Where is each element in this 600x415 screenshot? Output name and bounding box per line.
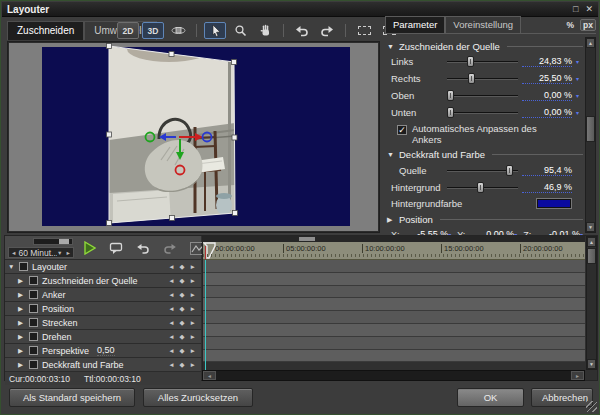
pan-hand-icon[interactable] [254, 22, 276, 39]
track-row-strecken[interactable]: ▶ Strecken ◄◆► [5, 316, 201, 330]
spinner-icon[interactable]: ▾ [576, 59, 583, 65]
add-keyframe-icon[interactable]: ◆ [180, 361, 185, 369]
cancel-button[interactable]: Abbrechen [531, 388, 593, 407]
timeline-hscrollbar[interactable]: ◄ ► [202, 370, 585, 381]
spinner-icon[interactable]: ▾ [576, 93, 583, 99]
scroll-up-icon[interactable]: ▲ [586, 38, 595, 48]
time-range-dropdown[interactable]: ◄ 60 Minut... ▼ ► [8, 247, 74, 258]
track-row-drehen[interactable]: ▶ Drehen ◄◆► [5, 330, 201, 344]
scroll-left-icon[interactable]: ◄ [203, 371, 216, 380]
prev-keyframe-icon[interactable]: ◄ [168, 347, 174, 355]
ok-button[interactable]: OK [457, 388, 524, 407]
track-row-zuschneiden[interactable]: ▶ Zuschneiden der Quelle ◄◆► [5, 274, 201, 288]
scroll-right-icon[interactable]: ► [571, 371, 584, 380]
rechts-slider[interactable] [447, 72, 518, 85]
unit-pixel-button[interactable]: px [580, 19, 596, 31]
quelle-value[interactable]: 95,4 % [522, 165, 572, 176]
tab-parameter[interactable]: Parameter [385, 16, 445, 33]
add-keyframe-icon[interactable]: ◆ [180, 277, 185, 285]
links-slider[interactable] [447, 55, 518, 68]
timeline-zoom-slider[interactable] [33, 238, 73, 245]
scroll-down-icon[interactable]: ▼ [587, 359, 596, 369]
zoom-slider-thumb[interactable] [59, 239, 69, 244]
reset-all-button[interactable]: Alles Zurücksetzen [143, 388, 253, 407]
next-keyframe-icon[interactable]: ► [190, 277, 196, 285]
add-keyframe-icon[interactable]: ◆ [180, 291, 185, 299]
track-checkbox[interactable] [29, 304, 38, 313]
next-keyframe-icon[interactable]: ► [190, 347, 196, 355]
background-color-swatch[interactable] [536, 198, 572, 209]
track-row-position[interactable]: ▶ Position ◄◆► [5, 302, 201, 316]
prev-keyframe-icon[interactable]: ◄ [168, 291, 174, 299]
expand-icon[interactable]: ▶ [387, 216, 395, 224]
mini-scroll-thumb[interactable] [299, 237, 315, 241]
track-checkbox[interactable] [19, 262, 28, 271]
section-crop-header[interactable]: ▼ Zuschneiden der Quelle [387, 39, 583, 53]
expand-icon[interactable]: ▶ [18, 277, 25, 285]
redo-keyframe-icon[interactable] [163, 242, 177, 255]
collapse-icon[interactable]: ▼ [387, 151, 395, 158]
maximize-icon[interactable]: □ [573, 4, 578, 14]
lane[interactable] [203, 311, 585, 324]
track-checkbox[interactable] [29, 276, 38, 285]
rotate-3d-icon[interactable] [167, 22, 189, 39]
track-row-layouter[interactable]: ▼ Layouter ◄◆► [5, 260, 201, 274]
track-checkbox[interactable] [29, 318, 38, 327]
expand-icon[interactable]: ▶ [18, 305, 25, 313]
auto-anchor-checkbox[interactable]: ✓ [397, 125, 407, 135]
title-bar[interactable]: Layouter □ ✕ [2, 2, 598, 17]
collapse-icon[interactable]: ▼ [8, 263, 15, 270]
quelle-slider[interactable] [447, 164, 518, 177]
save-default-button[interactable]: Als Standard speichern [9, 388, 135, 407]
crop-frame-icon[interactable] [353, 22, 375, 39]
timeline-vscrollbar[interactable]: ▲ ▼ [586, 236, 597, 370]
lane[interactable] [203, 337, 585, 350]
preview-viewport[interactable] [9, 43, 378, 231]
perspektive-value[interactable]: 0,50 [97, 345, 115, 356]
timeline-scroll-thumb[interactable] [587, 248, 596, 264]
undo-keyframe-icon[interactable] [136, 242, 150, 255]
oben-value[interactable]: 0,00 % [522, 90, 572, 101]
prev-keyframe-icon[interactable]: ◄ [168, 263, 174, 271]
hintergrund-slider[interactable] [447, 181, 518, 194]
prev-keyframe-icon[interactable]: ◄ [168, 333, 174, 341]
play-button[interactable] [83, 241, 96, 255]
expand-icon[interactable]: ▶ [18, 333, 25, 341]
section-position-header[interactable]: ▶ Position [387, 213, 583, 227]
track-checkbox[interactable] [29, 360, 38, 369]
hintergrund-value[interactable]: 46,9 % [522, 182, 572, 193]
next-keyframe-icon[interactable]: ► [190, 263, 196, 271]
next-keyframe-icon[interactable]: ► [190, 361, 196, 369]
select-cursor-icon[interactable] [204, 22, 226, 39]
mode-3d-button[interactable]: 3D [142, 22, 164, 39]
lane[interactable] [203, 273, 585, 286]
track-row-anker[interactable]: ▶ Anker ◄◆► [5, 288, 201, 302]
undo-icon[interactable] [291, 22, 313, 39]
unten-value[interactable]: 0,00 % [522, 107, 572, 118]
expand-icon[interactable]: ▶ [18, 347, 25, 355]
collapse-icon[interactable]: ▼ [387, 43, 395, 50]
comment-bubble-icon[interactable] [109, 241, 123, 255]
spinner-icon[interactable]: ▾ [576, 76, 583, 82]
keyframe-lanes[interactable] [203, 260, 585, 370]
track-checkbox[interactable] [29, 290, 38, 299]
spinner-icon[interactable]: ▾ [576, 110, 583, 116]
range-left-icon[interactable]: ◄ [9, 250, 18, 256]
source-photo[interactable] [109, 43, 235, 225]
track-row-perspektive[interactable]: ▶ Perspektive 0,50 ◄◆► [5, 344, 201, 358]
close-icon[interactable]: ✕ [585, 4, 593, 14]
preview-overlay[interactable] [9, 43, 378, 231]
lane[interactable] [203, 298, 585, 311]
unten-slider[interactable] [447, 106, 518, 119]
timeline-ruler[interactable]: 00:00:00:00 05:00:00:00 10:00:00:00 15:0… [203, 242, 585, 260]
panel-scrollbar[interactable]: ▲ ▼ [585, 37, 596, 233]
add-keyframe-icon[interactable]: ◆ [180, 319, 185, 327]
zoom-tool-icon[interactable] [229, 22, 251, 39]
range-right-icon[interactable]: ► [64, 250, 73, 256]
resize-grip[interactable] [586, 401, 597, 412]
expand-icon[interactable]: ▶ [18, 291, 25, 299]
lane[interactable] [203, 350, 585, 363]
track-row-deckkraft[interactable]: ▶ Deckkraft und Farbe ◄◆► [5, 358, 201, 372]
expand-icon[interactable]: ▶ [18, 361, 25, 369]
add-keyframe-icon[interactable]: ◆ [180, 263, 185, 271]
